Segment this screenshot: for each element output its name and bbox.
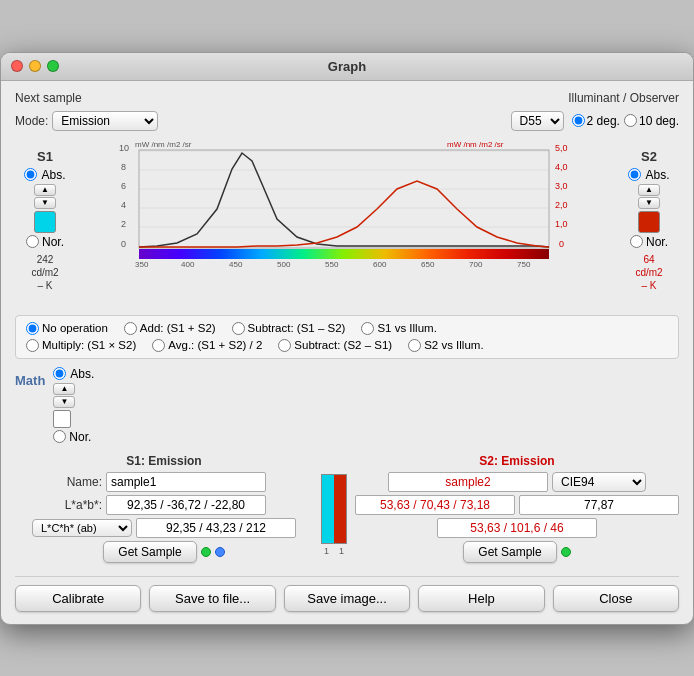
- s1-arrow-btns: ▲ ▼: [34, 184, 56, 209]
- s2-up-btn[interactable]: ▲: [638, 184, 660, 196]
- s2-nor-radio[interactable]: Nor.: [630, 235, 668, 249]
- calibrate-btn[interactable]: Calibrate: [15, 585, 141, 612]
- close-btn[interactable]: Close: [553, 585, 679, 612]
- graph-container: 10 8 6 4 2 0 mW /nm /m2 /sr 5,0 4,0 3,0 …: [75, 139, 619, 309]
- svg-text:0: 0: [121, 239, 126, 249]
- s2-get-sample-btn[interactable]: Get Sample: [463, 541, 556, 563]
- s1-lch-row: L*C*h* (ab) L*C*h* (uv) L*a*b*: [15, 518, 313, 538]
- s1-get-sample-btn[interactable]: Get Sample: [103, 541, 196, 563]
- s2-arrow-btns: ▲ ▼: [638, 184, 660, 209]
- svg-text:700: 700: [469, 260, 483, 269]
- s1-lab-value: [106, 495, 266, 515]
- s2-lch-row: [355, 518, 679, 538]
- operations-section: No operation Add: (S1 + S2) Subtract: (S…: [15, 315, 679, 359]
- s2-color-swatch[interactable]: [638, 211, 660, 233]
- mode-label: Mode:: [15, 114, 48, 128]
- svg-rect-14: [139, 249, 549, 259]
- cie-delta-value: 77,87: [519, 495, 679, 515]
- op-avg[interactable]: Avg.: (S1 + S2) / 2: [152, 339, 262, 352]
- s1-label: S1: [37, 149, 53, 164]
- mode-row: Mode: Emission Reflectance Transmittance…: [15, 111, 679, 131]
- mode-select[interactable]: Emission Reflectance Transmittance: [52, 111, 158, 131]
- lch-select[interactable]: L*C*h* (ab) L*C*h* (uv) L*a*b*: [32, 519, 132, 537]
- help-btn[interactable]: Help: [418, 585, 544, 612]
- s2-name-row: CIE94 CIE76 CIEDE2000: [355, 472, 679, 492]
- s2-cd-label: 64 cd/m2 – K: [635, 253, 662, 292]
- window-title: Graph: [328, 59, 366, 74]
- s1-nor-radio[interactable]: Nor.: [26, 235, 64, 249]
- obs-10deg-label[interactable]: 10 deg.: [624, 114, 679, 128]
- mode-section: Mode: Emission Reflectance Transmittance: [15, 111, 158, 131]
- chart-svg: 10 8 6 4 2 0 mW /nm /m2 /sr 5,0 4,0 3,0 …: [75, 139, 619, 299]
- s2-abs-radio[interactable]: Abs.: [628, 168, 669, 182]
- math-arrow-btns: ▲ ▼: [53, 383, 94, 408]
- window-controls: [11, 60, 59, 72]
- maximize-button[interactable]: [47, 60, 59, 72]
- s1-down-btn[interactable]: ▼: [34, 197, 56, 209]
- s2-name-input[interactable]: [388, 472, 548, 492]
- svg-text:4: 4: [121, 200, 126, 210]
- data-section: S1: Emission Name: L*a*b*: L*C*h* (ab) L…: [15, 454, 679, 566]
- op-add[interactable]: Add: (S1 + S2): [124, 322, 216, 335]
- s1-name-row: Name:: [15, 472, 313, 492]
- s1-lab-row: L*a*b*:: [15, 495, 313, 515]
- svg-text:2: 2: [121, 219, 126, 229]
- math-label: Math: [15, 373, 45, 388]
- s1-color-swatch[interactable]: [34, 211, 56, 233]
- s2-data-panel: S2: Emission CIE94 CIE76 CIEDE2000 77,87: [355, 454, 679, 566]
- svg-text:2,0: 2,0: [555, 200, 568, 210]
- obs-2deg-radio[interactable]: [572, 114, 585, 127]
- op-s2-vs-illum[interactable]: S2 vs Illum.: [408, 339, 483, 352]
- math-down-btn[interactable]: ▼: [53, 396, 75, 408]
- top-row: Next sample Illuminant / Observer: [15, 91, 679, 105]
- op-multiply[interactable]: Multiply: (S1 × S2): [26, 339, 136, 352]
- svg-text:5,0: 5,0: [555, 143, 568, 153]
- swatch-red-half: [334, 475, 346, 543]
- save-image-btn[interactable]: Save image...: [284, 585, 410, 612]
- math-abs-radio[interactable]: Abs.: [53, 367, 94, 381]
- close-button[interactable]: [11, 60, 23, 72]
- s2-curve: [139, 181, 549, 247]
- s1-abs-radio[interactable]: Abs.: [24, 168, 65, 182]
- op-subtract-s1s2[interactable]: Subtract: (S1 – S2): [232, 322, 346, 335]
- svg-text:mW /nm /m2 /sr: mW /nm /m2 /sr: [135, 140, 192, 149]
- svg-text:mW /nm /m2 /sr: mW /nm /m2 /sr: [447, 140, 504, 149]
- operations-row1: No operation Add: (S1 + S2) Subtract: (S…: [26, 322, 668, 335]
- cie-select[interactable]: CIE94 CIE76 CIEDE2000: [552, 472, 646, 492]
- s1-up-btn[interactable]: ▲: [34, 184, 56, 196]
- s1-dot-blue: [215, 547, 225, 557]
- op-no-operation[interactable]: No operation: [26, 322, 108, 335]
- s1-name-input[interactable]: [106, 472, 266, 492]
- obs-10deg-radio[interactable]: [624, 114, 637, 127]
- comparison-swatch: [321, 474, 347, 544]
- svg-text:600: 600: [373, 260, 387, 269]
- math-nor-radio[interactable]: Nor.: [53, 430, 94, 444]
- s2-lab-row: 77,87: [355, 495, 679, 515]
- illuminant-select[interactable]: D55 D50 D65 A: [511, 111, 564, 131]
- svg-text:6: 6: [121, 181, 126, 191]
- svg-text:1,0: 1,0: [555, 219, 568, 229]
- svg-text:4,0: 4,0: [555, 162, 568, 172]
- math-color-swatch[interactable]: [53, 410, 71, 428]
- illuminant-controls: D55 D50 D65 A 2 deg. 10 deg.: [511, 111, 679, 131]
- obs-2deg-label[interactable]: 2 deg.: [572, 114, 620, 128]
- s1-dot-indicators: [201, 547, 225, 557]
- s2-actions-row: Get Sample: [355, 541, 679, 563]
- s1-name-label: Name:: [62, 475, 102, 489]
- main-window: Graph Next sample Illuminant / Observer …: [0, 52, 694, 625]
- op-s1-vs-illum[interactable]: S1 vs Illum.: [361, 322, 436, 335]
- math-up-btn[interactable]: ▲: [53, 383, 75, 395]
- s2-dot-green: [561, 547, 571, 557]
- minimize-button[interactable]: [29, 60, 41, 72]
- save-file-btn[interactable]: Save to file...: [149, 585, 275, 612]
- math-controls: Abs. ▲ ▼ Nor.: [53, 367, 94, 444]
- s1-dot-green: [201, 547, 211, 557]
- s2-lab-value: [355, 495, 515, 515]
- svg-text:550: 550: [325, 260, 339, 269]
- illuminant-label: Illuminant / Observer: [568, 91, 679, 105]
- svg-text:350: 350: [135, 260, 149, 269]
- s2-down-btn[interactable]: ▼: [638, 197, 660, 209]
- graph-section: S1 Abs. ▲ ▼ Nor. 242 cd/m2 – K: [15, 139, 679, 309]
- svg-text:0: 0: [559, 239, 564, 249]
- op-subtract-s2s1[interactable]: Subtract: (S2 – S1): [278, 339, 392, 352]
